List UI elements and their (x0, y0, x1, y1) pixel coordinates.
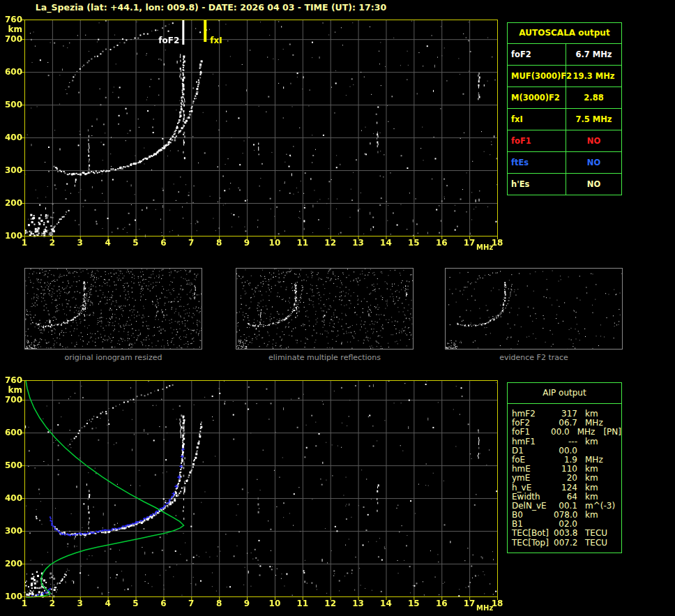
x-tick-label: 1 (17, 599, 31, 608)
autoscala-row-label: foF1 (508, 130, 566, 151)
x-tick-label: 15 (407, 599, 420, 608)
aip-row-tec-bot-: TEC[Bot]003.8TECU (512, 529, 621, 538)
aip-row-label: D1 (512, 446, 554, 456)
aip-row-label: foF1 (512, 428, 549, 437)
x-tick-label: 6 (156, 239, 170, 248)
aip-row-ewidth: Ewidth64km (512, 493, 621, 502)
aip-row-value: 00.0 (549, 428, 570, 437)
aip-output-table: AIP output hmF2317kmfoF206.7MHzfoF100.0M… (507, 382, 622, 553)
autoscala-row-label: foF2 (508, 44, 566, 65)
x-tick-label: 13 (351, 239, 365, 248)
aip-row-value: 124 (554, 483, 577, 493)
autoscala-row-value: 7.5 MHz (566, 109, 621, 130)
y-tick-label: 760 (1, 15, 22, 24)
autoscala-row-fof1: foF1NO (508, 130, 621, 152)
thumbnail-original-canvas (25, 269, 202, 349)
autoscala-row-label: ftEs (508, 152, 566, 173)
x-tick-label: 10 (268, 239, 282, 248)
thumbnail-f2-trace (445, 268, 623, 350)
y-tick-label: 200 (1, 199, 22, 208)
aip-row-label: h_vE (512, 483, 554, 493)
autoscala-row-value: 2.88 (566, 87, 621, 108)
aip-row-unit: km (585, 483, 598, 493)
x-tick-label: 17 (462, 239, 476, 248)
aip-row-label: hmF1 (512, 437, 554, 446)
aip-row-unit: km (585, 493, 598, 502)
autoscala-row-label: fxI (508, 109, 566, 130)
x-tick-label: 16 (434, 599, 448, 608)
aip-row-label: TEC[Bot] (512, 529, 554, 538)
x-tick-label: 8 (212, 239, 226, 248)
y-tick-label: 300 (1, 527, 22, 536)
aip-row-label: TEC[Top] (512, 539, 554, 548)
y-tick-label: 400 (1, 494, 22, 503)
thumbnail-cleaned-canvas (236, 269, 413, 349)
y-tick-label: 300 (1, 166, 22, 175)
x-tick-label: 1 (17, 239, 31, 248)
x-axis-unit-label: MHz (476, 243, 493, 251)
aip-row-tec-top-: TEC[Top]007.2TECU (512, 539, 621, 548)
y-tick-label: 600 (1, 428, 22, 437)
autoscala-row-value: 6.7 MHz (566, 44, 621, 65)
aip-row-unit: MHz (577, 428, 596, 437)
x-tick-label: 2 (45, 239, 59, 248)
x-tick-label: 2 (45, 599, 59, 608)
autoscala-row-h-es: h'EsNO (508, 174, 621, 195)
x-tick-label: 4 (101, 239, 115, 248)
x-tick-label: 14 (379, 599, 393, 608)
aip-row-value: 00.0 (554, 446, 577, 456)
x-tick-label: 11 (296, 239, 310, 248)
x-tick-label: 4 (101, 599, 115, 608)
thumbnail-caption-original: original ionogram resized (24, 353, 202, 362)
x-tick-label: 7 (184, 599, 198, 608)
x-tick-label: 7 (184, 239, 198, 248)
main-ionogram-plot (20, 17, 508, 241)
autoscala-row-label: M(3000)F2 (508, 87, 566, 108)
aip-row-value: 20 (554, 474, 577, 483)
autoscala-row-value: NO (566, 130, 621, 151)
window-title: La_Spezia (lat: +44.1, lon: 009.8) - DAT… (14, 2, 408, 13)
x-tick-label: 9 (240, 239, 254, 248)
x-tick-label: 5 (129, 599, 143, 608)
x-tick-label: 9 (240, 599, 254, 608)
y-tick-label: 700 (1, 35, 22, 44)
aip-row-value: 64 (554, 493, 577, 502)
y-tick-label: 500 (1, 100, 22, 110)
x-tick-label: 8 (212, 599, 226, 608)
y-tick-label: 760 (1, 376, 22, 385)
x-tick-label: 13 (351, 599, 365, 608)
aip-row-unit: km (585, 474, 598, 483)
aip-row-value: --- (554, 437, 577, 446)
y-axis-unit-label: km (1, 386, 22, 395)
thumbnail-f2-canvas (446, 269, 622, 349)
aip-table-rows: hmF2317kmfoF206.7MHzfoF100.0MHz[PN]hmF1-… (508, 404, 621, 548)
x-tick-label: 3 (73, 599, 87, 608)
aip-row-h-ve: h_vE124km (512, 483, 621, 493)
aip-ionogram-plot (20, 377, 508, 602)
autoscala-row-value: 19.3 MHz (566, 66, 621, 87)
autoscala-row-fxi: fxI7.5 MHz (508, 109, 621, 130)
x-tick-label: 10 (268, 599, 282, 608)
autoscala-row-value: NO (566, 174, 621, 195)
x-tick-label: 5 (129, 239, 143, 248)
autoscala-row-label: MUF(3000)F2 (508, 66, 566, 87)
aip-row-yme: ymE20km (512, 474, 621, 483)
aip-row-unit: km (585, 437, 598, 446)
x-tick-label: 6 (156, 599, 170, 608)
thumbnail-caption-cleaned: eliminate multiple reflections (236, 353, 414, 362)
aip-row-unit: km (585, 511, 598, 520)
x-tick-label: 12 (324, 239, 338, 248)
x-tick-label: 14 (379, 239, 393, 248)
aip-row-unit: TECU (585, 539, 607, 548)
aip-row-label: Ewidth (512, 493, 554, 502)
x-tick-label: 15 (407, 239, 420, 248)
aip-row-extra: [PN] (603, 428, 621, 437)
y-tick-label: 400 (1, 133, 22, 142)
y-tick-label: 500 (1, 461, 22, 470)
autoscala-row-muf-3000-f2: MUF(3000)F219.3 MHz (508, 66, 621, 87)
thumbnail-cleaned-ionogram (236, 268, 414, 350)
autoscala-row-ftes: ftEsNO (508, 152, 621, 174)
aip-table-title: AIP output (508, 383, 621, 404)
autoscala-row-fof2: foF26.7 MHz (508, 44, 621, 66)
aip-row-fof1: foF100.0MHz[PN] (512, 428, 621, 437)
